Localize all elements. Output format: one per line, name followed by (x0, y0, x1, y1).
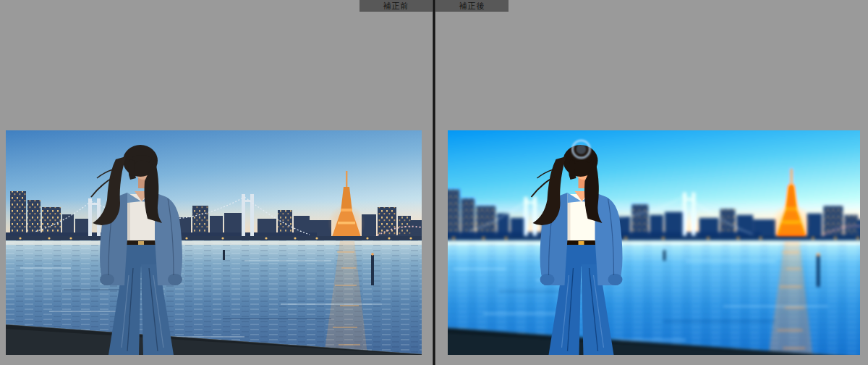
lens-flare-halo (448, 130, 860, 355)
compare-workspace: 補正前 補正後 (0, 0, 868, 365)
pane-divider (433, 0, 435, 365)
after-version-label: 補正後 (459, 1, 485, 11)
after-version-tab: 補正後 (435, 0, 509, 12)
before-photo[interactable] (6, 130, 422, 355)
after-photo[interactable] (448, 130, 860, 355)
before-version-tab: 補正前 (359, 0, 433, 12)
before-photo-subject (6, 130, 422, 355)
before-version-label: 補正前 (383, 1, 409, 11)
